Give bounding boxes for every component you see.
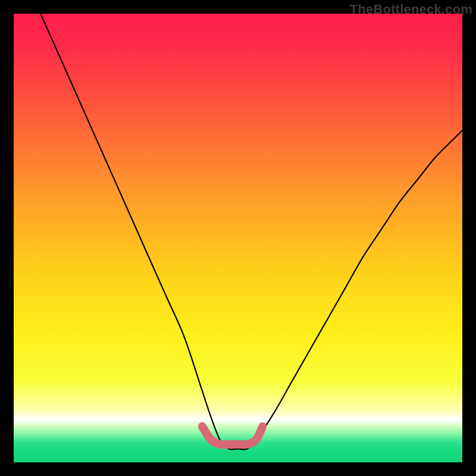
valley-bump: [202, 427, 263, 445]
bottleneck-curve: [40, 14, 462, 450]
chart-curve-layer: [14, 14, 462, 462]
chart-plot-area: [14, 14, 462, 462]
chart-stage: TheBottleneck.com: [0, 0, 476, 476]
watermark-text: TheBottleneck.com: [350, 2, 472, 17]
